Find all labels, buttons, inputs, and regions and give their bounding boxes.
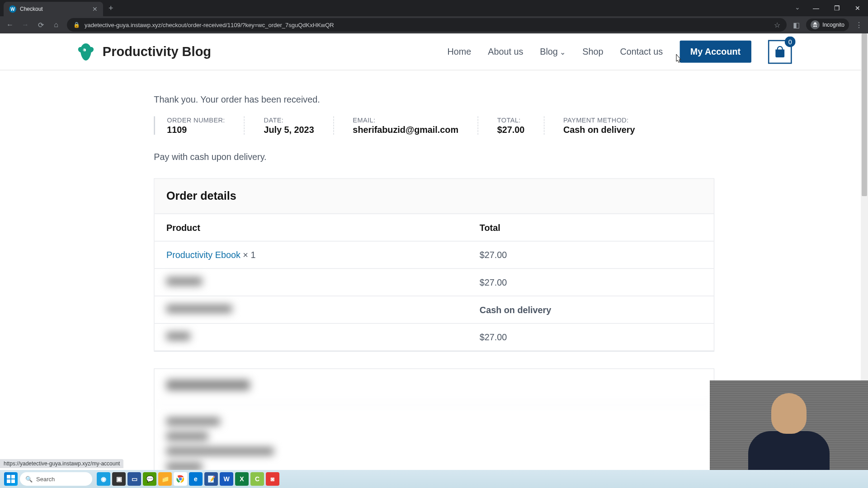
th-product: Product <box>155 214 468 241</box>
nav-blog[interactable]: Blog <box>540 47 566 56</box>
cart-badge: 0 <box>785 36 796 47</box>
site-logo[interactable]: $ Productivity Blog <box>76 42 211 61</box>
order-overview: ORDER NUMBER: 1109 DATE: July 5, 2023 EM… <box>154 116 714 135</box>
app-chat[interactable]: 💬 <box>143 472 156 486</box>
app-camtasia[interactable]: C <box>250 472 264 486</box>
profile-label: Incognito <box>822 22 844 28</box>
start-button[interactable] <box>4 472 18 486</box>
grand-total-value: $27.00 <box>467 324 713 351</box>
scrollbar-thumb[interactable] <box>862 33 867 196</box>
cart-button[interactable]: 0 <box>768 40 792 64</box>
app-copilot[interactable]: ◉ <box>97 472 110 486</box>
nav-about[interactable]: About us <box>488 47 523 56</box>
subtotal-value: $27.00 <box>467 268 713 296</box>
payment-method-label: PAYMENT METHOD: <box>563 116 635 123</box>
th-total: Total <box>467 214 713 241</box>
window-controls: ― ❐ ✕ <box>806 0 868 16</box>
order-total-label: TOTAL: <box>497 116 525 123</box>
browser-chrome: W Checkout ✕ + ⌄ ― ❐ ✕ ← → ⟳ ⌂ 🔒 yadetec… <box>0 0 868 33</box>
app-recorder[interactable]: ◙ <box>266 472 279 486</box>
table-row: Productivity Ebook × 1 $27.00 <box>155 241 714 269</box>
nav-home[interactable]: Home <box>447 47 471 56</box>
order-total-value: $27.00 <box>497 125 525 135</box>
order-email-value: sherifabuzid@gmail.com <box>353 125 458 135</box>
product-link[interactable]: Productivity Ebook <box>166 250 241 260</box>
site-title: Productivity Blog <box>103 44 211 59</box>
site-header: $ Productivity Blog Home About us Blog S… <box>0 33 868 70</box>
app-edge[interactable]: e <box>189 472 203 486</box>
incognito-icon <box>811 20 820 29</box>
svg-text:$: $ <box>83 48 85 52</box>
address-bar: ← → ⟳ ⌂ 🔒 yadetective-guya.instawp.xyz/c… <box>0 16 868 33</box>
my-account-button[interactable]: My Account <box>679 41 751 63</box>
browser-tab[interactable]: W Checkout ✕ <box>4 2 103 16</box>
tab-title: Checkout <box>20 6 89 12</box>
search-placeholder: Search <box>36 476 55 483</box>
order-number-value: 1109 <box>167 125 225 135</box>
app-notepad[interactable]: 📝 <box>204 472 218 486</box>
new-tab-button[interactable]: + <box>108 4 113 13</box>
close-window-button[interactable]: ✕ <box>847 0 868 16</box>
tab-bar: W Checkout ✕ + ⌄ ― ❐ ✕ <box>0 0 868 16</box>
url-text: yadetective-guya.instawp.xyz/checkout/or… <box>85 22 769 28</box>
nav-contact[interactable]: Contact us <box>620 47 663 56</box>
order-content: Thank you. Your order has been received.… <box>136 70 732 488</box>
profile-button[interactable]: Incognito <box>806 19 849 31</box>
thank-you-message: Thank you. Your order has been received. <box>154 94 714 104</box>
wordpress-favicon: W <box>9 5 16 13</box>
home-button[interactable]: ⌂ <box>52 21 61 29</box>
app-chrome[interactable] <box>174 472 187 486</box>
search-icon: 🔍 <box>25 476 33 483</box>
status-bar-link: https://yadetective-guya.instawp.xyz/my-… <box>0 459 123 468</box>
order-date-label: DATE: <box>264 116 314 123</box>
nav-menu: Home About us Blog Shop Contact us My Ac… <box>447 40 792 64</box>
product-qty: × 1 <box>243 250 255 260</box>
extensions-icon[interactable]: ◧ <box>793 21 800 29</box>
lock-icon: 🔒 <box>73 22 80 28</box>
maximize-button[interactable]: ❐ <box>826 0 847 16</box>
app-word[interactable]: W <box>220 472 233 486</box>
app-explorer[interactable]: ▣ <box>112 472 126 486</box>
taskbar: 🔍 Search ◉ ▣ ▭ 💬 📁 e 📝 W X C ◙ <box>0 470 868 488</box>
item-total: $27.00 <box>467 241 713 269</box>
logo-icon: $ <box>76 42 95 61</box>
close-tab-icon[interactable]: ✕ <box>92 5 98 13</box>
taskbar-search[interactable]: 🔍 Search <box>20 472 92 486</box>
shopping-bag-icon <box>774 46 786 57</box>
order-details-title: Order details <box>155 179 714 214</box>
menu-button[interactable]: ⋮ <box>855 21 863 29</box>
bookmark-icon[interactable]: ☆ <box>774 21 780 29</box>
minimize-button[interactable]: ― <box>806 0 826 16</box>
back-button[interactable]: ← <box>5 21 14 29</box>
nav-shop[interactable]: Shop <box>582 47 603 56</box>
app-taskview[interactable]: ▭ <box>127 472 141 486</box>
order-date-value: July 5, 2023 <box>264 125 314 135</box>
app-files[interactable]: 📁 <box>158 472 172 486</box>
payment-note: Pay with cash upon delivery. <box>154 151 714 161</box>
forward-button[interactable]: → <box>21 21 30 29</box>
reload-button[interactable]: ⟳ <box>36 21 45 29</box>
table-row: Cash on delivery <box>155 296 714 324</box>
taskbar-apps: ◉ ▣ ▭ 💬 📁 e 📝 W X C ◙ <box>97 472 279 486</box>
tabs-chevron-icon[interactable]: ⌄ <box>795 4 800 11</box>
url-bar[interactable]: 🔒 yadetective-guya.instawp.xyz/checkout/… <box>67 18 787 32</box>
order-email-label: EMAIL: <box>353 116 458 123</box>
table-row: $27.00 <box>155 324 714 351</box>
app-excel[interactable]: X <box>235 472 249 486</box>
order-details-table: Product Total Productivity Ebook × 1 $27… <box>155 214 714 351</box>
webcam-overlay <box>710 380 868 470</box>
order-number-label: ORDER NUMBER: <box>167 116 225 123</box>
svg-point-3 <box>179 478 182 481</box>
payment-method-value: Cash on delivery <box>563 125 635 135</box>
billing-address-title <box>155 369 714 405</box>
method-value: Cash on delivery <box>467 296 713 324</box>
table-row: $27.00 <box>155 268 714 296</box>
order-details: Order details Product Total Productivity… <box>154 178 714 352</box>
